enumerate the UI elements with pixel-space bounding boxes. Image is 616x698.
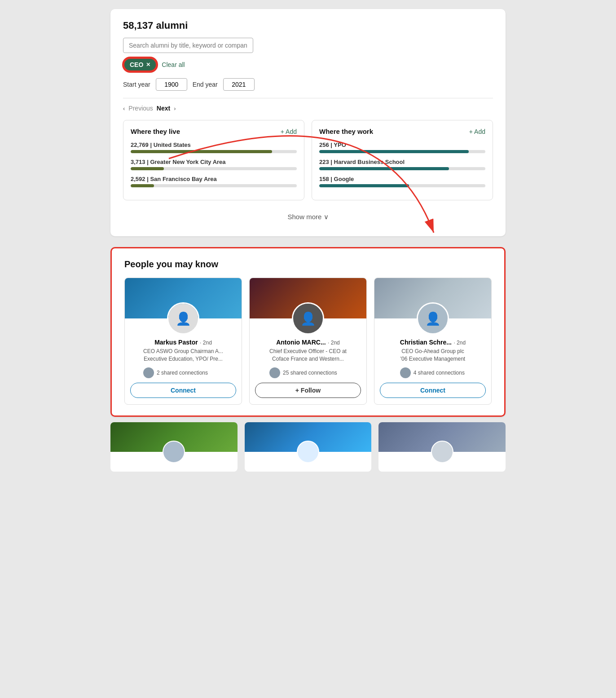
where-live-add-button[interactable]: + Add xyxy=(281,128,297,135)
avatar-3: 👤 xyxy=(417,302,449,335)
person-card-2: 👤 Antonio MARC... · 2nd Chief Executive … xyxy=(249,278,367,405)
bottom-card-2 xyxy=(245,422,372,472)
people-section-title: People you may know xyxy=(124,259,492,269)
people-grid: 👤 Markus Pastor · 2nd CEO ASWO Group Cha… xyxy=(124,278,492,405)
work-bar-bg-1 xyxy=(319,150,485,153)
live-bar-bg-3 xyxy=(131,184,297,187)
live-count-2: 3,713 xyxy=(131,159,145,165)
bottom-avatar-2 xyxy=(297,441,319,463)
person-name-3: Christian Schre... · 2nd xyxy=(400,338,466,346)
show-more-button[interactable]: Show more ∨ xyxy=(123,208,493,225)
end-year-input[interactable] xyxy=(223,78,255,91)
live-count-1: 22,769 xyxy=(131,141,149,148)
avatar-image-1: 👤 xyxy=(168,304,198,333)
work-count-3: 158 xyxy=(319,176,329,182)
clear-all-button[interactable]: Clear all xyxy=(162,61,185,68)
where-they-work-card: Where they work + Add 256 | YPO 223 xyxy=(312,120,493,200)
work-company-2: Harvard Business School xyxy=(334,159,405,165)
avatar-image-3: 👤 xyxy=(418,304,448,333)
shared-count-1: 2 shared connections xyxy=(157,370,208,376)
shared-avatar-3 xyxy=(400,367,411,378)
end-year-label: End year xyxy=(193,81,218,88)
work-sep-3: | xyxy=(330,176,334,182)
shared-avatar-1 xyxy=(143,367,154,378)
work-bar-fill-3 xyxy=(319,184,409,187)
person-name-text-3: Christian Schre... xyxy=(400,339,452,346)
pagination: ‹ Previous Next › xyxy=(123,105,493,112)
chevron-right-icon: › xyxy=(174,105,176,112)
where-they-live-card: Where they live + Add 22,769 | United St… xyxy=(123,120,304,200)
work-item-3: 158 | Google xyxy=(319,176,485,187)
work-item-2: 223 | Harvard Business School xyxy=(319,159,485,170)
live-bar-bg-1 xyxy=(131,150,297,153)
person-name-1: Markus Pastor · 2nd xyxy=(143,338,223,346)
where-work-header: Where they work + Add xyxy=(319,128,485,135)
live-bar-fill-2 xyxy=(131,167,164,170)
live-bar-bg-2 xyxy=(131,167,297,170)
work-item-1: 256 | YPO xyxy=(319,141,485,153)
shared-avatar-2 xyxy=(269,367,280,378)
person-name-text-1: Markus Pastor xyxy=(154,339,198,346)
avatar-1: 👤 xyxy=(167,302,199,335)
person-info-1: Markus Pastor · 2nd CEO ASWO Group Chair… xyxy=(138,338,229,383)
work-count-2: 223 xyxy=(319,159,329,165)
people-you-may-know-section: People you may know 👤 Markus Pastor · 2n… xyxy=(110,247,506,417)
connect-button-1[interactable]: Connect xyxy=(130,383,236,398)
bottom-avatar-3 xyxy=(431,441,453,463)
bottom-cards-grid xyxy=(110,422,506,472)
work-count-1: 256 xyxy=(319,141,329,148)
connect-button-3[interactable]: Connect xyxy=(380,383,486,398)
next-button[interactable]: Next xyxy=(157,105,170,112)
shared-connections-1: 2 shared connections xyxy=(143,367,223,378)
work-bar-fill-1 xyxy=(319,150,469,153)
work-company-3: Google xyxy=(334,176,354,182)
live-location-1: United States xyxy=(154,141,191,148)
avatar-image-2: 👤 xyxy=(293,304,323,333)
person-role-2: Chief Executive Officer - CEO atCoface F… xyxy=(269,348,347,363)
bottom-card-1 xyxy=(110,422,238,472)
live-location-3: San Francisco Bay Area xyxy=(150,176,216,182)
live-location-2: Greater New York City Area xyxy=(150,159,225,165)
chevron-left-icon: ‹ xyxy=(123,105,125,112)
bottom-card-3 xyxy=(378,422,506,472)
alumni-title: 58,137 alumni xyxy=(123,20,493,31)
person-role-1: CEO ASWO Group Chairman A...Executive Ed… xyxy=(143,348,223,363)
person-card-3: 👤 Christian Schre... · 2nd CEO Go-Ahead … xyxy=(374,278,492,405)
follow-button-2[interactable]: + Follow xyxy=(255,383,361,398)
alumni-section: 58,137 alumni CEO ✕ Clear all Start year… xyxy=(110,9,506,236)
live-bar-fill-3 xyxy=(131,184,154,187)
divider xyxy=(123,98,493,98)
bottom-cover-2 xyxy=(245,422,372,452)
live-sep-1: | xyxy=(150,141,153,148)
start-year-input[interactable] xyxy=(156,78,187,91)
where-live-header: Where they live + Add xyxy=(131,128,297,135)
shared-connections-3: 4 shared connections xyxy=(400,367,466,378)
person-name-2: Antonio MARC... · 2nd xyxy=(269,338,347,346)
year-filter-row: Start year End year xyxy=(123,78,493,91)
work-company-1: YPO xyxy=(334,141,346,148)
work-bar-bg-2 xyxy=(319,167,485,170)
work-bar-fill-2 xyxy=(319,167,449,170)
work-bar-bg-3 xyxy=(319,184,485,187)
person-info-3: Christian Schre... · 2nd CEO Go-Ahead Gr… xyxy=(395,338,471,383)
bottom-cover-1 xyxy=(110,422,238,452)
shared-connections-2: 25 shared connections xyxy=(269,367,347,378)
avatar-2: 👤 xyxy=(292,302,324,335)
person-name-text-2: Antonio MARC... xyxy=(276,339,326,346)
start-year-label: Start year xyxy=(123,81,150,88)
where-work-add-button[interactable]: + Add xyxy=(469,128,485,135)
ceo-filter-tag[interactable]: CEO ✕ xyxy=(123,57,157,72)
live-item-2: 3,713 | Greater New York City Area xyxy=(131,159,297,170)
live-item-1: 22,769 | United States xyxy=(131,141,297,153)
search-input[interactable] xyxy=(123,38,253,53)
live-bar-fill-1 xyxy=(131,150,272,153)
where-live-title: Where they live xyxy=(131,128,180,135)
person-cover-3: 👤 xyxy=(374,278,491,318)
person-degree-2: · 2nd xyxy=(328,340,340,346)
previous-button[interactable]: Previous xyxy=(128,105,153,112)
ceo-remove-icon[interactable]: ✕ xyxy=(146,62,150,68)
stats-grid: Where they live + Add 22,769 | United St… xyxy=(123,120,493,200)
person-card-1: 👤 Markus Pastor · 2nd CEO ASWO Group Cha… xyxy=(124,278,242,405)
person-degree-3: · 2nd xyxy=(453,340,466,346)
live-item-3: 2,592 | San Francisco Bay Area xyxy=(131,176,297,187)
